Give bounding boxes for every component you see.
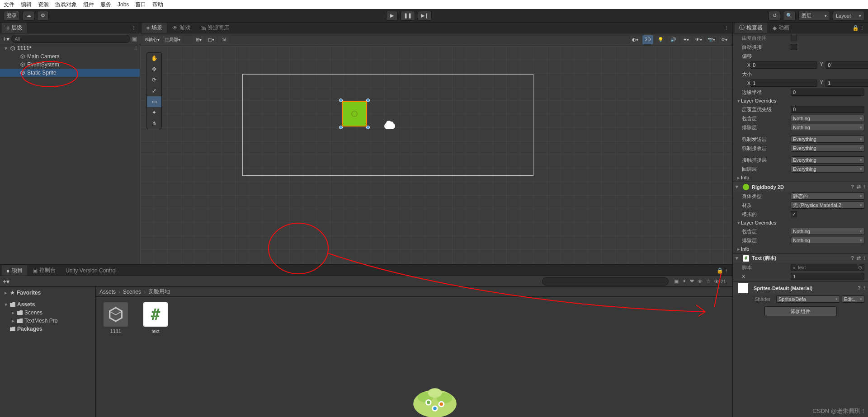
uvc-tab[interactable]: Unity Version Control — [61, 266, 121, 275]
rb-exclude-dropdown[interactable]: Nothing — [791, 237, 864, 244]
audio-icon[interactable]: 🔊 — [668, 35, 679, 44]
increment-toggle[interactable]: ⇲ — [218, 35, 229, 44]
menu-edit[interactable]: 编辑 — [21, 1, 32, 9]
filter-fav-icon[interactable]: ❤ — [690, 278, 694, 284]
menu-services[interactable]: 服务 — [100, 1, 111, 9]
lock-icon[interactable]: 🔒 ⁝ — [849, 25, 866, 31]
context-icon[interactable]: ⁝ — [863, 184, 865, 190]
grid-toggle[interactable]: ⊞▾ — [193, 35, 204, 44]
exclude-dropdown[interactable]: Nothing — [791, 124, 864, 131]
add-component-button[interactable]: 添加组件 — [764, 306, 837, 316]
include-dropdown[interactable]: Nothing — [791, 115, 864, 122]
hierarchy-item-eventsystem[interactable]: EventSystem — [0, 61, 140, 69]
undo-history-icon[interactable]: ↺ — [769, 11, 780, 21]
selected-sprite[interactable] — [341, 100, 368, 127]
add-icon[interactable]: +▾ — [3, 35, 9, 42]
save-search-icon[interactable]: ☆ — [706, 278, 711, 284]
preset-icon[interactable]: ⇄ — [857, 184, 861, 190]
asset-store-tab[interactable]: 🛍资源商店 — [196, 23, 234, 33]
checkbox[interactable] — [791, 35, 797, 41]
menu-window[interactable]: 窗口 — [135, 1, 146, 9]
rb-include-dropdown[interactable]: Nothing — [791, 228, 864, 235]
edge-radius-field[interactable] — [791, 89, 864, 96]
offset-x-field[interactable] — [750, 61, 817, 69]
project-grid[interactable]: 1111 # text — [96, 297, 732, 417]
help-icon[interactable]: ? — [858, 285, 861, 291]
crumb-current[interactable]: 实验用地 — [148, 288, 170, 295]
hierarchy-tab[interactable]: ≡层级 — [2, 23, 27, 33]
script-x-field[interactable] — [791, 273, 864, 280]
fx-icon[interactable]: ✦▾ — [680, 35, 691, 44]
snap-toggle[interactable]: ◫▾ — [206, 35, 217, 44]
hierarchy-scene-row[interactable]: ▾ 1111* ⁝ — [0, 44, 140, 52]
rect-tool[interactable]: ▭ — [147, 96, 161, 107]
help-icon[interactable]: ? — [851, 255, 854, 261]
filter-label-icon[interactable]: ✦ — [682, 278, 686, 284]
project-search[interactable] — [542, 277, 669, 286]
game-tab[interactable]: 👁游戏 — [168, 23, 195, 33]
project-tab[interactable]: ∎项目 — [2, 265, 27, 276]
search-icon[interactable]: 🔍 — [783, 11, 796, 21]
gear-icon[interactable]: ⚙ — [37, 11, 49, 21]
lock-icon[interactable]: 🔒 ⁝ — [714, 267, 731, 274]
local-toggle[interactable]: ⬚局部 ▾ — [163, 35, 182, 44]
callback-dropdown[interactable]: Everything — [791, 165, 864, 173]
transform-tool[interactable]: ✦ — [147, 107, 161, 118]
simulated-checkbox[interactable]: ✓ — [791, 211, 797, 217]
play-button[interactable]: ▶ — [386, 11, 398, 21]
asset-script[interactable]: # text — [141, 302, 170, 334]
scene-tab[interactable]: ⌗场景 — [142, 23, 167, 33]
pause-button[interactable]: ❚❚ — [401, 11, 415, 21]
move-tool[interactable]: ✥ — [147, 64, 161, 75]
gizmos-icon[interactable]: ⚙▾ — [719, 35, 730, 44]
menu-gameobject[interactable]: 游戏对象 — [55, 1, 77, 9]
context-icon[interactable]: ⁝ — [863, 285, 865, 291]
layout-dropdown[interactable]: Layout▾ — [833, 11, 864, 21]
help-icon[interactable]: ? — [851, 184, 854, 190]
draw-mode-icon[interactable]: ◐▾ — [630, 35, 641, 44]
pane-menu-icon[interactable]: ⁝ — [723, 25, 731, 31]
2d-toggle[interactable]: 2D — [642, 35, 653, 44]
body-type-dropdown[interactable]: 静态的 — [791, 192, 864, 200]
size-y-field[interactable] — [826, 80, 868, 87]
filter-icon[interactable]: ▣ — [132, 36, 137, 42]
offset-y-field[interactable] — [826, 61, 868, 69]
menu-help[interactable]: 帮助 — [152, 1, 163, 9]
shader-dropdown[interactable]: Sprites/Defa — [776, 295, 840, 303]
favorites-node[interactable]: ▸★Favorites — [0, 289, 95, 297]
login-button[interactable]: 登录 — [4, 11, 20, 21]
tree-tmp[interactable]: ▸TextMesh Pro — [0, 317, 95, 325]
menu-component[interactable]: 组件 — [83, 1, 94, 9]
menu-jobs[interactable]: Jobs — [118, 1, 129, 8]
hierarchy-search[interactable] — [11, 35, 130, 43]
menu-file[interactable]: 文件 — [4, 1, 14, 9]
light-icon[interactable]: 💡 — [655, 35, 666, 44]
rigidbody-header[interactable]: ▾ Rigidbody 2D ?⇄⁝ — [733, 182, 868, 192]
edit-shader-button[interactable]: Edit... — [842, 295, 864, 303]
step-button[interactable]: ▶❙ — [418, 11, 432, 21]
crumb-assets[interactable]: Assets — [99, 289, 116, 295]
auto-tile-checkbox[interactable] — [791, 44, 797, 50]
hidden-count-icon[interactable]: 👁 — [698, 279, 703, 284]
pivot-toggle[interactable]: ⊙轴心 ▾ — [143, 35, 161, 44]
custom-tool[interactable]: ⋔ — [147, 118, 161, 129]
crumb-scenes[interactable]: Scenes — [123, 289, 141, 295]
hand-tool[interactable]: ✋ — [147, 53, 161, 64]
scene-viewport[interactable]: ✋ ✥ ⟳ ⤢ ▭ ✦ ⋔ — [140, 46, 732, 264]
pane-menu-icon[interactable]: ⁝ — [130, 25, 138, 31]
material-dropdown[interactable]: 无 (Physics Material 2 — [791, 201, 864, 209]
force-send-dropdown[interactable]: Everything — [791, 136, 864, 143]
asset-scene[interactable]: 1111 — [101, 302, 130, 334]
filter-type-icon[interactable]: ▣ — [674, 278, 679, 284]
tree-scenes[interactable]: ▸Scenes — [0, 309, 95, 317]
hidden-icon[interactable]: 👁▾ — [693, 35, 704, 44]
camera-icon[interactable]: 📷▾ — [706, 35, 717, 44]
script-header[interactable]: ▾# Text (脚本) ?⇄⁝ — [733, 253, 868, 263]
tree-assets[interactable]: ▾Assets — [0, 300, 95, 309]
context-icon[interactable]: ⁝ — [135, 45, 140, 52]
add-icon[interactable]: +▾ — [3, 278, 9, 285]
layer-prio-field[interactable] — [791, 106, 864, 113]
scale-tool[interactable]: ⤢ — [147, 85, 161, 96]
preset-icon[interactable]: ⇄ — [857, 255, 861, 261]
menu-assets[interactable]: 资源 — [38, 1, 49, 9]
